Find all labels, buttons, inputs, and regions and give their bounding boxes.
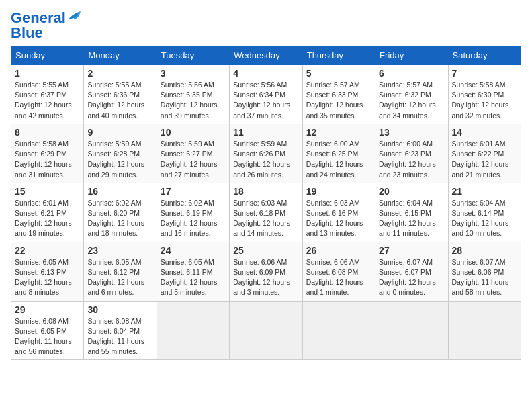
- calendar-day-cell: 5 Sunrise: 5:57 AMSunset: 6:33 PMDayligh…: [302, 65, 375, 124]
- calendar-week-row: 22 Sunrise: 6:05 AMSunset: 6:13 PMDaylig…: [11, 242, 521, 301]
- day-info: Sunrise: 5:58 AMSunset: 6:29 PMDaylight:…: [15, 140, 72, 179]
- calendar-day-cell: 15 Sunrise: 6:01 AMSunset: 6:21 PMDaylig…: [11, 183, 84, 242]
- calendar-day-cell: 12 Sunrise: 6:00 AMSunset: 6:25 PMDaylig…: [302, 124, 375, 183]
- calendar-day-cell: 22 Sunrise: 6:05 AMSunset: 6:13 PMDaylig…: [11, 242, 84, 301]
- empty-day-cell: [157, 301, 229, 360]
- calendar-week-row: 8 Sunrise: 5:58 AMSunset: 6:29 PMDayligh…: [11, 124, 521, 183]
- day-number: 3: [161, 68, 226, 79]
- day-info: Sunrise: 6:06 AMSunset: 6:08 PMDaylight:…: [306, 258, 363, 297]
- day-info: Sunrise: 6:05 AMSunset: 6:11 PMDaylight:…: [161, 258, 218, 297]
- calendar-day-cell: 26 Sunrise: 6:06 AMSunset: 6:08 PMDaylig…: [302, 242, 375, 301]
- calendar-day-cell: 16 Sunrise: 6:02 AMSunset: 6:20 PMDaylig…: [84, 183, 157, 242]
- calendar-day-cell: 28 Sunrise: 6:07 AMSunset: 6:06 PMDaylig…: [448, 242, 521, 301]
- day-info: Sunrise: 6:08 AMSunset: 6:05 PMDaylight:…: [15, 317, 72, 356]
- calendar-body: 1 Sunrise: 5:55 AMSunset: 6:37 PMDayligh…: [11, 65, 521, 360]
- logo: General Blue: [11, 11, 82, 40]
- day-info: Sunrise: 6:02 AMSunset: 6:19 PMDaylight:…: [161, 199, 218, 238]
- calendar-table: SundayMondayTuesdayWednesdayThursdayFrid…: [11, 46, 521, 360]
- empty-day-cell: [230, 301, 302, 360]
- day-info: Sunrise: 6:05 AMSunset: 6:12 PMDaylight:…: [87, 258, 144, 297]
- calendar-day-cell: 19 Sunrise: 6:03 AMSunset: 6:16 PMDaylig…: [302, 183, 375, 242]
- weekday-header-cell: Saturday: [448, 46, 521, 65]
- day-info: Sunrise: 6:03 AMSunset: 6:16 PMDaylight:…: [306, 199, 363, 238]
- calendar-week-row: 15 Sunrise: 6:01 AMSunset: 6:21 PMDaylig…: [11, 183, 521, 242]
- day-number: 1: [15, 68, 80, 79]
- day-number: 18: [233, 186, 298, 197]
- day-info: Sunrise: 5:55 AMSunset: 6:36 PMDaylight:…: [87, 81, 144, 120]
- logo-bird-icon: [67, 10, 82, 22]
- calendar-day-cell: 8 Sunrise: 5:58 AMSunset: 6:29 PMDayligh…: [11, 124, 84, 183]
- day-info: Sunrise: 6:04 AMSunset: 6:14 PMDaylight:…: [452, 199, 509, 238]
- calendar-day-cell: 17 Sunrise: 6:02 AMSunset: 6:19 PMDaylig…: [157, 183, 229, 242]
- calendar-week-row: 1 Sunrise: 5:55 AMSunset: 6:37 PMDayligh…: [11, 65, 521, 124]
- weekday-header-row: SundayMondayTuesdayWednesdayThursdayFrid…: [11, 46, 521, 65]
- day-info: Sunrise: 6:01 AMSunset: 6:21 PMDaylight:…: [15, 199, 72, 238]
- day-number: 17: [161, 186, 226, 197]
- calendar-day-cell: 21 Sunrise: 6:04 AMSunset: 6:14 PMDaylig…: [448, 183, 521, 242]
- day-number: 10: [161, 127, 226, 138]
- day-info: Sunrise: 5:55 AMSunset: 6:37 PMDaylight:…: [15, 81, 72, 120]
- day-info: Sunrise: 5:56 AMSunset: 6:34 PMDaylight:…: [233, 81, 290, 120]
- weekday-header-cell: Sunday: [11, 46, 84, 65]
- calendar-day-cell: 2 Sunrise: 5:55 AMSunset: 6:36 PMDayligh…: [84, 65, 157, 124]
- day-number: 7: [452, 68, 517, 79]
- calendar-day-cell: 18 Sunrise: 6:03 AMSunset: 6:18 PMDaylig…: [230, 183, 302, 242]
- empty-day-cell: [448, 301, 521, 360]
- calendar-day-cell: 4 Sunrise: 5:56 AMSunset: 6:34 PMDayligh…: [230, 65, 302, 124]
- day-number: 19: [306, 186, 371, 197]
- day-number: 26: [306, 245, 371, 256]
- calendar-week-row: 29 Sunrise: 6:08 AMSunset: 6:05 PMDaylig…: [11, 301, 521, 360]
- day-number: 27: [379, 245, 444, 256]
- day-info: Sunrise: 6:00 AMSunset: 6:23 PMDaylight:…: [379, 140, 436, 179]
- day-number: 4: [233, 68, 298, 79]
- calendar-day-cell: 3 Sunrise: 5:56 AMSunset: 6:35 PMDayligh…: [157, 65, 229, 124]
- calendar-day-cell: 29 Sunrise: 6:08 AMSunset: 6:05 PMDaylig…: [11, 301, 84, 360]
- day-info: Sunrise: 5:58 AMSunset: 6:30 PMDaylight:…: [452, 81, 509, 120]
- day-info: Sunrise: 6:07 AMSunset: 6:06 PMDaylight:…: [452, 258, 509, 297]
- day-info: Sunrise: 5:56 AMSunset: 6:35 PMDaylight:…: [161, 81, 218, 120]
- weekday-header-cell: Tuesday: [157, 46, 229, 65]
- day-number: 13: [379, 127, 444, 138]
- weekday-header-cell: Thursday: [302, 46, 375, 65]
- day-info: Sunrise: 6:01 AMSunset: 6:22 PMDaylight:…: [452, 140, 509, 179]
- day-info: Sunrise: 5:59 AMSunset: 6:27 PMDaylight:…: [161, 140, 218, 179]
- day-number: 2: [87, 68, 152, 79]
- day-number: 30: [87, 304, 152, 315]
- day-number: 11: [233, 127, 298, 138]
- day-info: Sunrise: 6:02 AMSunset: 6:20 PMDaylight:…: [87, 199, 144, 238]
- day-info: Sunrise: 6:08 AMSunset: 6:04 PMDaylight:…: [87, 317, 144, 356]
- calendar-day-cell: 14 Sunrise: 6:01 AMSunset: 6:22 PMDaylig…: [448, 124, 521, 183]
- calendar-day-cell: 27 Sunrise: 6:07 AMSunset: 6:07 PMDaylig…: [375, 242, 448, 301]
- calendar-day-cell: 10 Sunrise: 5:59 AMSunset: 6:27 PMDaylig…: [157, 124, 229, 183]
- day-number: 25: [233, 245, 298, 256]
- day-info: Sunrise: 5:57 AMSunset: 6:33 PMDaylight:…: [306, 81, 363, 120]
- day-number: 8: [15, 127, 80, 138]
- day-info: Sunrise: 5:57 AMSunset: 6:32 PMDaylight:…: [379, 81, 436, 120]
- day-number: 16: [87, 186, 152, 197]
- day-number: 23: [87, 245, 152, 256]
- weekday-header-cell: Wednesday: [230, 46, 302, 65]
- calendar-day-cell: 20 Sunrise: 6:04 AMSunset: 6:15 PMDaylig…: [375, 183, 448, 242]
- day-info: Sunrise: 6:05 AMSunset: 6:13 PMDaylight:…: [15, 258, 72, 297]
- day-number: 21: [452, 186, 517, 197]
- day-info: Sunrise: 5:59 AMSunset: 6:26 PMDaylight:…: [233, 140, 290, 179]
- day-number: 15: [15, 186, 80, 197]
- day-number: 28: [452, 245, 517, 256]
- day-info: Sunrise: 6:04 AMSunset: 6:15 PMDaylight:…: [379, 199, 436, 238]
- calendar-day-cell: 6 Sunrise: 5:57 AMSunset: 6:32 PMDayligh…: [375, 65, 448, 124]
- day-info: Sunrise: 5:59 AMSunset: 6:28 PMDaylight:…: [87, 140, 144, 179]
- day-number: 20: [379, 186, 444, 197]
- calendar-day-cell: 11 Sunrise: 5:59 AMSunset: 6:26 PMDaylig…: [230, 124, 302, 183]
- calendar-day-cell: 13 Sunrise: 6:00 AMSunset: 6:23 PMDaylig…: [375, 124, 448, 183]
- day-number: 29: [15, 304, 80, 315]
- empty-day-cell: [375, 301, 448, 360]
- weekday-header-cell: Monday: [84, 46, 157, 65]
- day-number: 6: [379, 68, 444, 79]
- calendar-day-cell: 9 Sunrise: 5:59 AMSunset: 6:28 PMDayligh…: [84, 124, 157, 183]
- calendar-day-cell: 1 Sunrise: 5:55 AMSunset: 6:37 PMDayligh…: [11, 65, 84, 124]
- day-info: Sunrise: 6:03 AMSunset: 6:18 PMDaylight:…: [233, 199, 290, 238]
- calendar-day-cell: 7 Sunrise: 5:58 AMSunset: 6:30 PMDayligh…: [448, 65, 521, 124]
- day-info: Sunrise: 6:06 AMSunset: 6:09 PMDaylight:…: [233, 258, 290, 297]
- day-number: 9: [87, 127, 152, 138]
- calendar-day-cell: 24 Sunrise: 6:05 AMSunset: 6:11 PMDaylig…: [157, 242, 229, 301]
